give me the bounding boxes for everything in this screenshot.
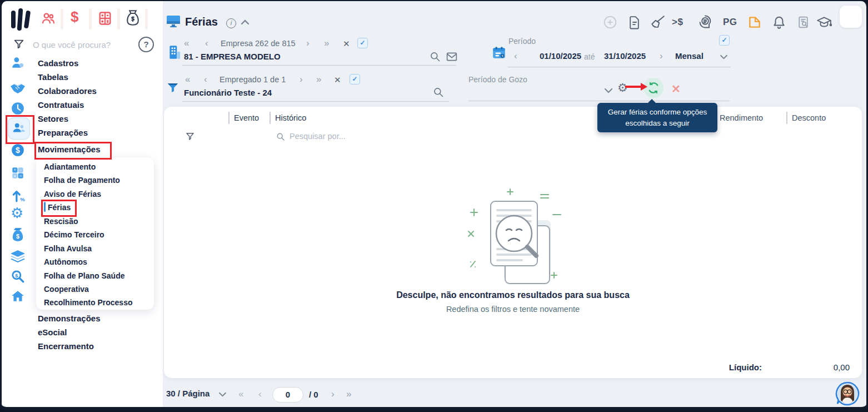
submenu-item-decimo-terceiro[interactable]: Décimo Terceiro bbox=[44, 230, 104, 239]
column-header-desconto[interactable]: Desconto bbox=[792, 113, 826, 122]
calculator-icon[interactable]: +- ×= bbox=[11, 166, 25, 180]
clock-icon[interactable] bbox=[11, 101, 25, 116]
gozo-clear-button[interactable]: ✕ bbox=[671, 82, 681, 96]
first-page-button[interactable]: « bbox=[238, 389, 243, 399]
sidebar-item-tabelas[interactable]: Tabelas bbox=[38, 72, 68, 82]
moneybag-module-icon[interactable] bbox=[125, 9, 141, 26]
registrations-icon[interactable] bbox=[11, 56, 25, 70]
submenu-item-cooperativa[interactable]: Cooperativa bbox=[44, 285, 89, 294]
info-icon[interactable]: i bbox=[226, 18, 236, 28]
empty-state-subtitle: Redefina os filtros e tente novamente bbox=[164, 305, 862, 314]
column-header-historico[interactable]: Histórico bbox=[275, 113, 306, 122]
support-chat-avatar[interactable] bbox=[835, 381, 860, 406]
company-search-icon[interactable] bbox=[430, 51, 441, 62]
dollar-module-icon[interactable]: $ bbox=[71, 8, 78, 26]
folder-icon[interactable] bbox=[747, 15, 762, 29]
calculator-module-icon[interactable] bbox=[97, 11, 113, 26]
column-header-rendimento[interactable]: Rendimento bbox=[720, 113, 763, 122]
submenu-item-ferias[interactable]: Férias bbox=[48, 203, 71, 212]
divider bbox=[507, 67, 731, 67]
period-mode-chevron-icon[interactable] bbox=[720, 54, 728, 59]
pg-badge[interactable]: PG bbox=[723, 17, 737, 28]
next-page-button[interactable]: › bbox=[331, 389, 335, 399]
moneybag-icon[interactable]: $ bbox=[11, 227, 25, 242]
help-icon[interactable]: ? bbox=[138, 37, 154, 52]
mail-icon[interactable] bbox=[446, 52, 457, 62]
period-start-date[interactable]: 01/10/2025 bbox=[540, 51, 581, 61]
sidebar-search-input[interactable]: O que você procura? bbox=[33, 40, 111, 49]
employee-prev-button[interactable]: ‹ bbox=[204, 75, 207, 84]
sidebar-item-preparacoes[interactable]: Preparações bbox=[38, 128, 88, 137]
sidebar-item-demonstracoes[interactable]: Demonstrações bbox=[38, 314, 101, 323]
sidebar-item-esocial[interactable]: eSocial bbox=[38, 327, 67, 337]
search-icon[interactable]: $ bbox=[11, 269, 25, 284]
submenu-item-aviso-ferias[interactable]: Aviso de Férias bbox=[44, 190, 101, 198]
page-size-select[interactable]: 30 / Página bbox=[166, 389, 209, 398]
sidebar-item-movimentacoes[interactable]: Movimentações bbox=[38, 145, 101, 154]
layers-icon[interactable] bbox=[9, 249, 26, 264]
broom-icon[interactable] bbox=[650, 15, 665, 29]
graduation-icon[interactable] bbox=[816, 15, 832, 29]
page-number-input[interactable]: 0 bbox=[272, 387, 303, 403]
employee-search-icon[interactable] bbox=[433, 87, 444, 98]
period-checkbox[interactable]: ✓ bbox=[719, 35, 730, 46]
company-next-button[interactable]: › bbox=[306, 38, 310, 48]
employee-last-button[interactable]: » bbox=[316, 75, 321, 84]
sidebar-item-colaboradores[interactable]: Colaboradores bbox=[38, 86, 97, 96]
plus-icon[interactable] bbox=[603, 15, 617, 29]
company-name[interactable]: 81 - EMPRESA MODELO bbox=[184, 52, 281, 61]
submenu-item-rescisao[interactable]: Rescisão bbox=[44, 217, 78, 226]
handshake-icon[interactable] bbox=[9, 81, 26, 96]
period-mode-select[interactable]: Mensal bbox=[675, 51, 704, 61]
employee-name[interactable]: Funcionário Teste - 24 bbox=[184, 88, 272, 97]
document-icon[interactable] bbox=[627, 15, 641, 29]
table-filter-icon[interactable] bbox=[185, 131, 195, 141]
prev-page-button[interactable]: ‹ bbox=[258, 389, 262, 399]
page-size-chevron-icon[interactable] bbox=[218, 392, 227, 397]
raise-percent-icon[interactable]: % bbox=[11, 187, 25, 202]
submenu-item-autonomos[interactable]: Autônomos bbox=[44, 257, 87, 266]
employee-checkbox[interactable]: ✓ bbox=[350, 74, 360, 85]
column-header-evento[interactable]: Evento bbox=[234, 113, 259, 122]
sidebar-item-contratuais[interactable]: Contratuais bbox=[38, 100, 84, 110]
company-last-button[interactable]: » bbox=[324, 38, 329, 48]
submenu-item-adiantamento[interactable]: Adiantamento bbox=[44, 162, 96, 171]
company-prev-button[interactable]: ‹ bbox=[205, 38, 208, 48]
liquido-label: Líquido: bbox=[729, 363, 762, 372]
submenu-item-recolhimento-processo[interactable]: Recolhimento Processo bbox=[44, 298, 133, 307]
svg-text:$: $ bbox=[16, 233, 19, 240]
home-icon[interactable] bbox=[11, 289, 25, 304]
sidebar-item-setores[interactable]: Setores bbox=[38, 114, 68, 123]
company-checkbox[interactable]: ✓ bbox=[357, 38, 368, 48]
collapse-chevron-icon[interactable] bbox=[241, 19, 250, 25]
sidebar-item-encerramento[interactable]: Encerramento bbox=[38, 341, 94, 351]
submenu-item-folha-pagamento[interactable]: Folha de Pagamento bbox=[44, 176, 120, 185]
divider bbox=[182, 101, 449, 102]
employee-next-button[interactable]: › bbox=[300, 75, 303, 84]
company-first-button[interactable]: « bbox=[184, 38, 189, 48]
audit-icon[interactable] bbox=[796, 15, 810, 29]
mind-icon[interactable] bbox=[697, 14, 713, 29]
user-avatar[interactable] bbox=[840, 6, 862, 28]
money-flow-icon[interactable]: >$ bbox=[672, 17, 683, 28]
submenu-item-folha-avulsa[interactable]: Folha Avulsa bbox=[44, 244, 92, 253]
period-prev-button[interactable]: ‹ bbox=[514, 51, 517, 61]
period-end-date[interactable]: 31/10/2025 bbox=[604, 51, 646, 61]
last-page-button[interactable]: » bbox=[346, 389, 351, 399]
company-clear-button[interactable]: ✕ bbox=[343, 39, 350, 49]
employees-section-icon[interactable] bbox=[8, 117, 30, 140]
bell-icon[interactable] bbox=[772, 15, 786, 29]
payments-icon[interactable]: $ bbox=[11, 143, 25, 157]
table-search-input[interactable]: Pesquisar por... bbox=[290, 132, 346, 141]
empty-state-illustration bbox=[447, 182, 578, 291]
employee-first-button[interactable]: « bbox=[185, 75, 190, 84]
period-next-button[interactable]: › bbox=[660, 51, 663, 61]
integration-gear-icon[interactable]: ⚙ bbox=[11, 205, 23, 221]
submenu-item-folha-plano-saude[interactable]: Folha de Plano Saúde bbox=[44, 271, 124, 280]
gozo-dropdown-chevron-icon[interactable] bbox=[604, 88, 613, 93]
search-filter-icon[interactable] bbox=[13, 38, 25, 50]
employee-clear-button[interactable]: ✕ bbox=[334, 75, 341, 85]
people-module-icon[interactable] bbox=[41, 11, 56, 26]
sidebar-item-cadastros[interactable]: Cadastros bbox=[38, 58, 78, 68]
app-logo-icon[interactable] bbox=[11, 8, 31, 31]
